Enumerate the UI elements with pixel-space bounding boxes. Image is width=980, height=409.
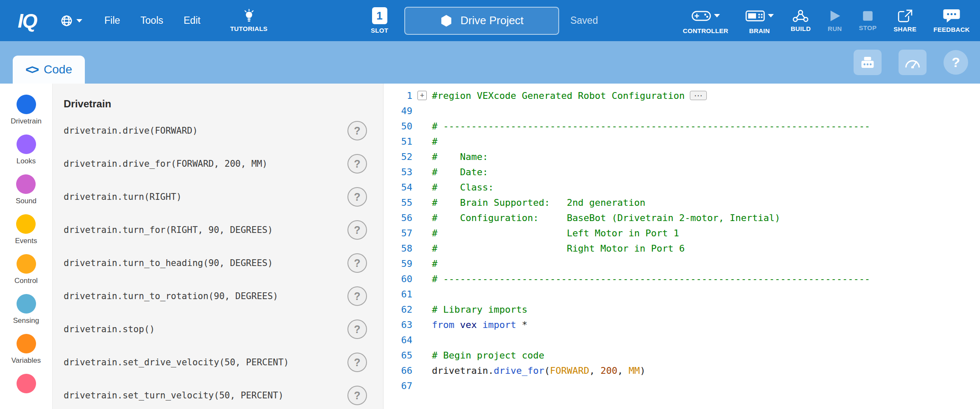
command-item[interactable]: drivetrain.turn_to_heading(90, DEGREES)? xyxy=(53,247,383,280)
command-item[interactable]: drivetrain.turn(RIGHT)? xyxy=(53,180,383,213)
command-help-button[interactable]: ? xyxy=(347,286,367,306)
category-color-icon[interactable] xyxy=(17,374,36,393)
slot-button[interactable]: 1 SLOT xyxy=(366,0,393,41)
share-button[interactable]: SHARE xyxy=(888,0,921,41)
category-color-icon[interactable] xyxy=(16,174,36,194)
brain-icon xyxy=(745,10,765,22)
device-icon xyxy=(860,56,875,69)
folded-code-ellipsis[interactable]: ⋯ xyxy=(690,91,707,100)
command-text[interactable]: drivetrain.set_drive_velocity(50, PERCEN… xyxy=(64,357,347,367)
build-label: BUILD xyxy=(791,25,811,32)
command-item[interactable]: drivetrain.turn_to_rotation(90, DEGREES)… xyxy=(53,280,383,313)
command-help-button[interactable]: ? xyxy=(347,220,367,240)
category-color-icon[interactable] xyxy=(17,294,36,314)
category-sensing[interactable]: Sensing xyxy=(13,294,39,325)
command-help-button[interactable]: ? xyxy=(347,121,367,140)
run-button[interactable]: RUN xyxy=(823,0,847,41)
category-sound[interactable]: Sound xyxy=(16,174,36,205)
code-line-62: 62# Library imports xyxy=(384,302,980,317)
category-variables[interactable]: Variables xyxy=(11,334,41,365)
menu-edit[interactable]: Edit xyxy=(174,0,211,41)
line-number: 1 xyxy=(384,90,412,101)
feedback-button[interactable]: FEEDBACK xyxy=(928,0,975,41)
chevron-down-icon xyxy=(714,14,720,17)
category-color-icon[interactable] xyxy=(17,334,36,353)
category-color-icon[interactable] xyxy=(17,254,36,274)
build-button[interactable]: BUILD xyxy=(786,0,816,41)
menu-file[interactable]: File xyxy=(94,0,130,41)
code-editor[interactable]: 1+#region VEXcode Generated Robot Config… xyxy=(384,84,980,409)
line-number: 60 xyxy=(384,274,412,284)
command-text[interactable]: drivetrain.drive_for(FORWARD, 200, MM) xyxy=(64,159,347,169)
code-text: # Configuration: BaseBot (Drivetrain 2-m… xyxy=(432,213,780,223)
tutorials-button[interactable]: TUTORIALS xyxy=(225,0,272,41)
command-text[interactable]: drivetrain.turn_to_rotation(90, DEGREES) xyxy=(64,291,347,301)
command-help-button[interactable]: ? xyxy=(347,154,367,174)
category-color-icon[interactable] xyxy=(17,134,36,154)
gauge-icon xyxy=(904,56,921,68)
category-color-icon[interactable] xyxy=(17,95,36,114)
code-text: # Library imports xyxy=(432,304,527,315)
code-text: # Left Motor in Port 1 xyxy=(432,228,679,238)
line-number: 52 xyxy=(384,151,412,162)
stop-square-icon xyxy=(862,10,874,22)
topbar-right-group: CONTROLLER BRAIN xyxy=(678,0,980,41)
dashboard-button[interactable] xyxy=(899,50,927,75)
code-line-54: 54# Class: xyxy=(384,179,980,195)
brain-button[interactable]: BRAIN xyxy=(740,0,779,41)
command-text[interactable]: drivetrain.drive(FORWARD) xyxy=(64,126,347,136)
command-help-button[interactable]: ? xyxy=(347,187,367,207)
code-line-66: 66drivetrain.drive_for(FORWARD, 200, MM) xyxy=(384,363,980,378)
menu-tools[interactable]: Tools xyxy=(130,0,174,41)
command-text[interactable]: drivetrain.turn_to_heading(90, DEGREES) xyxy=(64,258,347,268)
command-item[interactable]: drivetrain.turn_for(RIGHT, 90, DEGREES)? xyxy=(53,213,383,247)
command-panel-title: Drivetrain xyxy=(64,98,383,110)
code-line-56: 56# Configuration: BaseBot (Drivetrain 2… xyxy=(384,210,980,225)
tab-code[interactable]: <> Code xyxy=(13,56,85,84)
help-button[interactable]: ? xyxy=(944,50,968,75)
code-brackets-icon: <> xyxy=(25,62,38,77)
category-more[interactable] xyxy=(17,374,36,396)
line-number: 63 xyxy=(384,319,412,330)
command-help-button[interactable]: ? xyxy=(347,319,367,339)
command-item[interactable]: drivetrain.set_turn_velocity(50, PERCENT… xyxy=(53,379,383,409)
category-drivetrain[interactable]: Drivetrain xyxy=(11,95,42,126)
menu-bar: FileToolsEdit xyxy=(94,0,210,41)
command-item[interactable]: drivetrain.drive(FORWARD)? xyxy=(53,114,383,147)
run-play-icon xyxy=(829,9,841,22)
code-text: # --------------------------------------… xyxy=(432,274,870,284)
code-line-58: 58# Right Motor in Port 6 xyxy=(384,241,980,256)
command-help-button[interactable]: ? xyxy=(347,253,367,273)
category-label: Variables xyxy=(11,356,41,365)
command-text[interactable]: drivetrain.stop() xyxy=(64,324,347,334)
controller-button[interactable]: CONTROLLER xyxy=(678,0,734,41)
category-label: Sensing xyxy=(13,317,39,325)
command-panel: Drivetrain drivetrain.drive(FORWARD)?dri… xyxy=(53,84,384,409)
slot-number-icon: 1 xyxy=(372,7,387,24)
language-button[interactable] xyxy=(54,0,88,41)
code-line-64: 64 xyxy=(384,332,980,347)
category-events[interactable]: Events xyxy=(15,214,37,245)
topbar-left-group: IQ FileToolsEdit TUTORIALS xyxy=(0,0,273,41)
command-text[interactable]: drivetrain.turn(RIGHT) xyxy=(64,192,347,202)
tab-bar: <> Code ? xyxy=(0,41,980,84)
category-control[interactable]: Control xyxy=(14,254,38,285)
category-color-icon[interactable] xyxy=(16,214,36,234)
project-name-button[interactable]: Drive Project xyxy=(404,7,559,35)
command-item[interactable]: drivetrain.stop()? xyxy=(53,313,383,346)
line-number: 62 xyxy=(384,304,412,315)
command-help-button[interactable]: ? xyxy=(347,386,367,405)
stop-button[interactable]: STOP xyxy=(854,0,882,41)
command-item[interactable]: drivetrain.set_drive_velocity(50, PERCEN… xyxy=(53,346,383,379)
line-number: 49 xyxy=(384,106,412,116)
code-line-51: 51# xyxy=(384,134,980,149)
command-help-button[interactable]: ? xyxy=(347,353,367,372)
code-line-65: 65# Begin project code xyxy=(384,347,980,363)
command-text[interactable]: drivetrain.turn_for(RIGHT, 90, DEGREES) xyxy=(64,225,347,235)
device-info-button[interactable] xyxy=(854,50,882,75)
code-line-61: 61 xyxy=(384,286,980,302)
command-item[interactable]: drivetrain.drive_for(FORWARD, 200, MM)? xyxy=(53,147,383,180)
command-text[interactable]: drivetrain.set_turn_velocity(50, PERCENT… xyxy=(64,390,347,401)
fold-toggle-icon[interactable]: + xyxy=(417,91,427,100)
category-looks[interactable]: Looks xyxy=(17,134,36,165)
